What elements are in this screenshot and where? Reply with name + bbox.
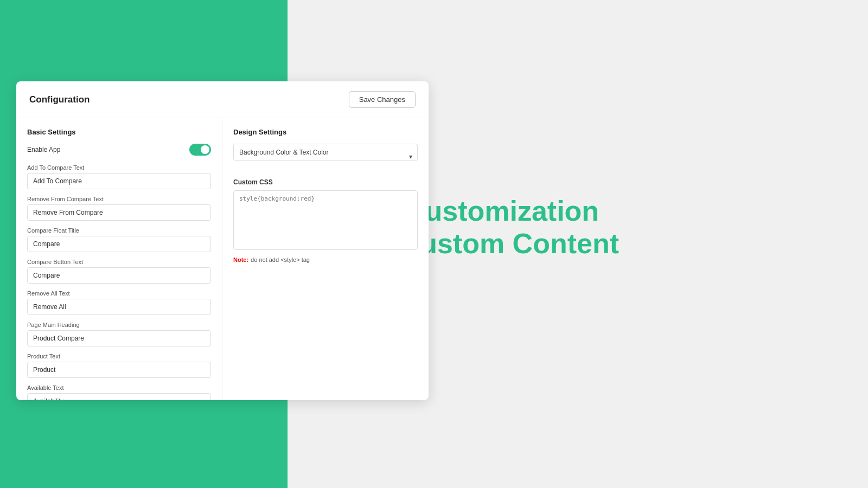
input-available-text[interactable]	[27, 393, 211, 400]
left-panel: Configuration Save Changes Basic Setting…	[0, 0, 288, 488]
field-product-text: Product Text	[27, 353, 211, 378]
input-page-main-heading[interactable]	[27, 330, 211, 346]
field-label-add-to-compare: Add To Compare Text	[27, 164, 211, 171]
field-label-remove-from-compare: Remove From Compare Text	[27, 196, 211, 202]
note-row: Note: do not add <style> tag	[233, 256, 418, 263]
basic-settings-title: Basic Settings	[27, 128, 211, 136]
save-changes-button[interactable]: Save Changes	[349, 91, 416, 108]
field-label-remove-all-text: Remove All Text	[27, 290, 211, 297]
basic-settings-panel: Basic Settings Enable App Add To Compare…	[16, 118, 222, 400]
input-remove-from-compare[interactable]	[27, 204, 211, 221]
custom-css-label: Custom CSS	[233, 178, 418, 186]
design-settings-title: Design Settings	[233, 128, 418, 136]
field-compare-float-title: Compare Float Title	[27, 227, 211, 252]
field-remove-from-compare: Remove From Compare Text	[27, 196, 211, 221]
field-page-main-heading: Page Main Heading	[27, 322, 211, 346]
field-add-to-compare: Add To Compare Text	[27, 164, 211, 189]
field-label-compare-button-text: Compare Button Text	[27, 259, 211, 265]
config-card: Configuration Save Changes Basic Setting…	[16, 81, 429, 400]
note-text: do not add <style> tag	[251, 256, 310, 263]
design-settings-panel: Design Settings Background Color & Text …	[222, 118, 429, 400]
design-dropdown[interactable]: Background Color & Text Color	[233, 144, 418, 161]
field-remove-all-text: Remove All Text	[27, 290, 211, 315]
enable-app-toggle[interactable]	[189, 144, 211, 156]
input-product-text[interactable]	[27, 362, 211, 378]
field-available-text: Available Text	[27, 384, 211, 400]
input-compare-button-text[interactable]	[27, 267, 211, 284]
enable-app-row: Enable App	[27, 144, 211, 156]
input-remove-all-text[interactable]	[27, 299, 211, 315]
input-add-to-compare[interactable]	[27, 173, 211, 189]
enable-app-label: Enable App	[27, 146, 60, 153]
field-label-available-text: Available Text	[27, 384, 211, 391]
note-label: Note:	[233, 256, 248, 263]
field-label-product-text: Product Text	[27, 353, 211, 359]
design-dropdown-wrapper: Background Color & Text Color	[233, 144, 418, 170]
input-compare-float-title[interactable]	[27, 236, 211, 252]
field-label-compare-float-title: Compare Float Title	[27, 227, 211, 234]
config-title: Configuration	[29, 94, 90, 105]
config-body: Basic Settings Enable App Add To Compare…	[16, 118, 429, 400]
field-compare-button-text: Compare Button Text	[27, 259, 211, 284]
config-header: Configuration Save Changes	[16, 81, 429, 118]
field-label-page-main-heading: Page Main Heading	[27, 322, 211, 328]
custom-css-textarea[interactable]	[233, 190, 418, 250]
